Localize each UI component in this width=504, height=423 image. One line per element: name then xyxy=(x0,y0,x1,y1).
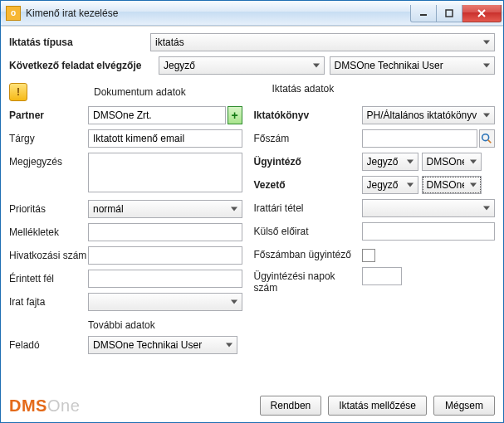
megjegyzes-textarea[interactable] xyxy=(88,153,242,192)
section-headings: ! Dokumentum adatok Iktatás adatok xyxy=(9,83,495,101)
iktatas-tipusa-label: Iktatás típusa xyxy=(9,36,150,48)
kulso-input[interactable] xyxy=(362,222,496,241)
kulso-label: Külső előirat xyxy=(254,222,362,237)
hivatkozas-label: Hivatkozási szám xyxy=(9,246,88,261)
svg-line-5 xyxy=(488,140,492,143)
window-buttons xyxy=(410,5,502,22)
window-frame: o Kimenő irat kezelése Iktatás típusa xyxy=(0,0,504,423)
minimize-button[interactable] xyxy=(410,5,437,22)
felado-select[interactable] xyxy=(88,336,237,354)
iktatokonyv-label: Iktatókönyv xyxy=(254,106,362,121)
irattari-label: Irattári tétel xyxy=(254,199,362,214)
foszam-ugyintezo-label: Főszámban ügyintéző xyxy=(254,246,362,260)
kovetkezo-feladat-label: Következő feladat elvégzője xyxy=(9,60,159,71)
document-column: Partner + Tárgy Megjegyzés Prioritás xyxy=(9,106,242,316)
app-icon: o xyxy=(6,6,21,21)
svg-point-4 xyxy=(482,134,489,141)
ok-button[interactable]: Rendben xyxy=(260,396,322,416)
ugyintezo-user-select[interactable] xyxy=(422,153,482,171)
prioritas-label: Prioritás xyxy=(9,200,88,215)
foszam-search-button[interactable] xyxy=(479,129,495,148)
erintett-fel-label: Érintett fél xyxy=(9,270,88,284)
iktatas-heading: Iktatás adatok xyxy=(232,83,496,101)
vezeto-label: Vezető xyxy=(254,176,362,191)
targy-label: Tárgy xyxy=(9,129,88,144)
iktatas-column: Iktatókönyv Főszám Ügyintéző xyxy=(254,106,496,316)
felado-label: Feladó xyxy=(9,336,88,351)
napok-input[interactable] xyxy=(362,267,402,285)
irat-fajta-select[interactable] xyxy=(88,293,242,311)
partner-input[interactable] xyxy=(88,106,226,124)
close-button[interactable] xyxy=(462,5,502,22)
document-heading: Dokumentum adatok xyxy=(94,86,186,98)
mellekletek-label: Mellékletek xyxy=(9,223,88,238)
irattari-select[interactable] xyxy=(362,199,496,217)
maximize-button[interactable] xyxy=(437,5,462,22)
form-columns: Partner + Tárgy Megjegyzés Prioritás xyxy=(9,106,495,316)
targy-input[interactable] xyxy=(88,129,242,148)
client-area: Iktatás típusa Következő feladat elvégző… xyxy=(1,26,503,422)
window-title: Kimenő irat kezelése xyxy=(26,7,410,19)
irat-fajta-label: Irat fajta xyxy=(9,293,88,308)
foszam-ugyintezo-checkbox[interactable] xyxy=(362,249,375,262)
kovetkezo-feladat-role-select[interactable] xyxy=(159,56,325,75)
brand-logo: DMSOne xyxy=(9,396,80,416)
iktatas-tipusa-select[interactable] xyxy=(150,33,495,51)
row-kovetkezo-feladat: Következő feladat elvégzője xyxy=(9,56,495,75)
skip-button[interactable]: Iktatás mellőzése xyxy=(328,396,427,416)
megjegyzes-label: Megjegyzés xyxy=(9,153,88,168)
warning-icon: ! xyxy=(9,83,27,101)
prioritas-select[interactable] xyxy=(88,200,242,218)
partner-label: Partner xyxy=(9,106,88,121)
ugyintezo-label: Ügyintéző xyxy=(254,153,362,168)
cancel-button[interactable]: Mégsem xyxy=(433,396,495,416)
kovetkezo-feladat-user-select[interactable] xyxy=(330,56,496,75)
vezeto-role-select[interactable] xyxy=(362,176,418,194)
foszam-input[interactable] xyxy=(362,129,477,148)
hivatkozas-input[interactable] xyxy=(88,246,242,265)
partner-add-button[interactable]: + xyxy=(228,106,242,124)
titlebar: o Kimenő irat kezelése xyxy=(1,1,503,26)
row-iktatas-tipusa: Iktatás típusa xyxy=(9,33,495,51)
vezeto-user-select[interactable] xyxy=(422,176,482,194)
napok-label: Ügyintézési napok szám xyxy=(254,267,362,294)
iktatokonyv-select[interactable] xyxy=(362,106,496,124)
mellekletek-input[interactable] xyxy=(88,223,242,241)
svg-rect-1 xyxy=(446,10,453,17)
erintett-fel-input[interactable] xyxy=(88,270,242,288)
additional-heading: További adatok xyxy=(88,319,495,331)
foszam-label: Főszám xyxy=(254,129,362,144)
ugyintezo-role-select[interactable] xyxy=(362,153,418,171)
footer: DMSOne Rendben Iktatás mellőzése Mégsem xyxy=(9,391,495,416)
